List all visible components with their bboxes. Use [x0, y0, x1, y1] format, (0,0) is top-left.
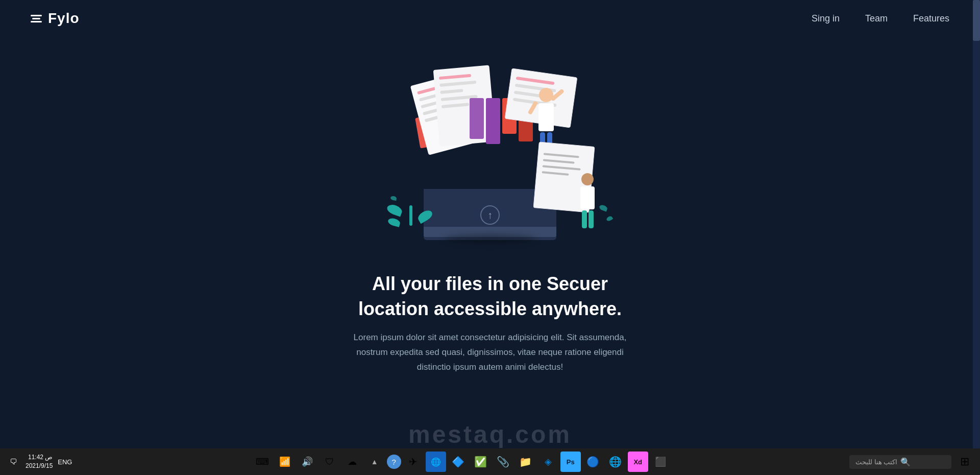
cloud-icon[interactable]: ☁: [342, 452, 362, 472]
upload-icon: ↑: [480, 205, 500, 225]
check-app-icon[interactable]: ✅: [471, 452, 491, 472]
plant-stem: [409, 205, 412, 226]
person-2-legs: [580, 210, 595, 228]
plant-leaf-3: [387, 217, 401, 227]
3d-app-icon[interactable]: 🔷: [448, 452, 469, 472]
chrome-icon[interactable]: 🔵: [583, 452, 603, 472]
logo[interactable]: Fylo: [31, 10, 80, 27]
lang-indicator[interactable]: ENG: [57, 454, 73, 470]
navbar: Fylo Sing in Team Features: [0, 0, 980, 37]
wifi-icon[interactable]: 📶: [275, 452, 295, 472]
photoshop-icon[interactable]: Ps: [560, 452, 581, 472]
shield-icon[interactable]: 🛡: [320, 452, 340, 472]
hero-description: Lorem ipsum dolor sit amet consectetur a…: [347, 330, 633, 375]
volume-icon[interactable]: 🔊: [297, 452, 317, 472]
hero-illustration: ↑: [357, 57, 623, 262]
vscode-icon[interactable]: ◈: [538, 452, 558, 472]
taskbar-search-icon[interactable]: 🔍: [900, 457, 911, 467]
edge-icon[interactable]: 🌐: [605, 452, 626, 472]
nav-features[interactable]: Features: [913, 13, 949, 24]
taskbar-apps: ⌨ 📶 🔊 🛡 ☁ ▲ ? ✈ 🌐 🔷 ✅ 📎 📁 ◈ Ps 🔵 🌐 Xd: [73, 452, 849, 472]
person-2-head: [581, 173, 594, 185]
taskbar-search-bar[interactable]: اكتب هنا للبحث 🔍: [849, 455, 951, 469]
person-2-leg-left: [582, 210, 587, 228]
keyboard-icon[interactable]: ⌨: [252, 452, 273, 472]
taskbar-left: 🗨 11:42 ص 2021/9/15 ENG: [5, 453, 73, 470]
taskbar-date: 2021/9/15: [26, 462, 53, 470]
shadow: [444, 234, 536, 244]
person-2-body: [580, 186, 595, 209]
person-2: [580, 173, 595, 228]
hero-text-block: All your files in one Secuer location ac…: [327, 272, 653, 375]
help-icon[interactable]: ?: [387, 455, 401, 469]
screen-record-icon[interactable]: ⬛: [650, 452, 671, 472]
logo-text: Fylo: [48, 10, 80, 27]
nav-signin[interactable]: Sing in: [812, 13, 840, 24]
taskbar: 🗨 11:42 ص 2021/9/15 ENG ⌨ 📶 🔊 🛡 ☁ ▲ ? ✈ …: [0, 448, 980, 475]
folder-icon[interactable]: 📁: [516, 452, 536, 472]
hero-title: All your files in one Secuer location ac…: [337, 272, 643, 321]
hero-section: ↑: [0, 37, 980, 375]
scrollbar-vertical[interactable]: [973, 0, 980, 475]
action-center-icon[interactable]: 🗨: [5, 454, 21, 470]
nav-team[interactable]: Team: [865, 13, 888, 24]
person-2-leg-right: [589, 210, 594, 228]
watermark: mestaq.com: [408, 420, 572, 448]
logo-icon: [31, 15, 42, 22]
taskbar-datetime: 11:42 ص 2021/9/15: [26, 453, 53, 470]
telegram-icon[interactable]: ✈: [403, 452, 424, 472]
taskbar-right: اكتب هنا للبحث 🔍 ⊞: [849, 452, 975, 472]
browser-icon-blue[interactable]: 🌐: [426, 452, 446, 472]
xd-icon[interactable]: Xd: [628, 452, 648, 472]
person-1-body: [538, 103, 554, 131]
swatch-dark-purple: [486, 98, 500, 144]
nav-links: Sing in Team Features: [812, 13, 949, 24]
leaf-small-1: [599, 204, 608, 212]
swatch-purple: [470, 98, 484, 139]
windows-start-button[interactable]: ⊞: [954, 452, 975, 472]
plant-decoration: [398, 205, 424, 236]
taskbar-time: 11:42 ص: [26, 453, 53, 462]
plant-leaf-1: [386, 203, 403, 217]
taskbar-search-text: اكتب هنا للبحث: [855, 458, 897, 466]
leaf-small-2: [606, 216, 613, 222]
system-tray-expand[interactable]: ▲: [364, 452, 385, 472]
office-icon[interactable]: 📎: [493, 452, 513, 472]
leaf-small-3: [390, 196, 397, 201]
